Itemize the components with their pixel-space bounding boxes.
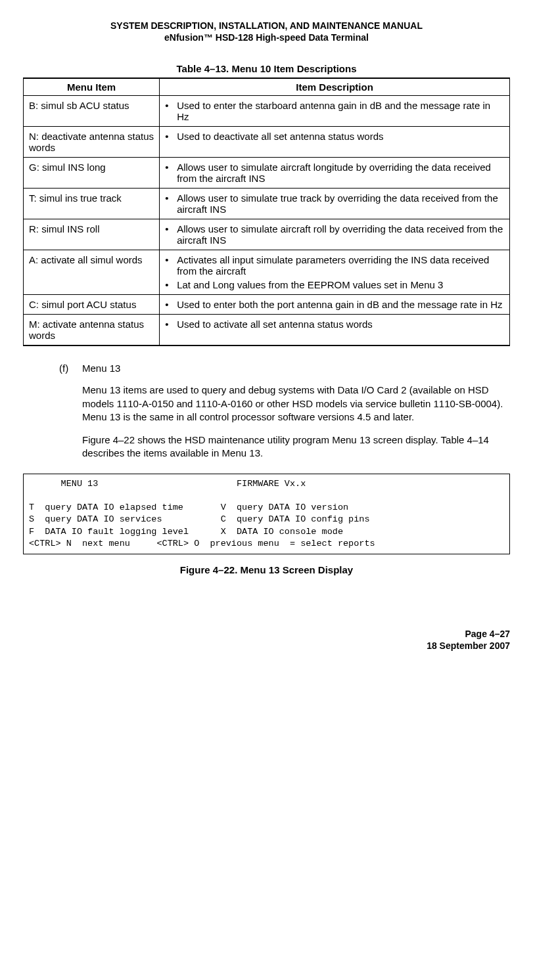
- bullet-text: Allows user to simulate true track by ov…: [177, 192, 504, 215]
- menu-item-cell: T: simul ins true track: [24, 189, 160, 219]
- bullet-row: •Activates all input simulate parameters…: [165, 254, 504, 277]
- menu-13-screen-display: MENU 13 FIRMWARE Vx.x T query DATA IO el…: [23, 474, 510, 554]
- bullet-icon: •: [165, 254, 177, 265]
- table-row: N: deactivate antenna status words•Used …: [24, 127, 510, 158]
- bullet-icon: •: [165, 279, 177, 290]
- menu-item-cell: C: simul port ACU status: [24, 295, 160, 315]
- description-cell: •Allows user to simulate aircraft longit…: [160, 158, 510, 189]
- description-cell: •Used to enter the starboard antenna gai…: [160, 96, 510, 127]
- footer-page: Page 4–27: [23, 628, 510, 640]
- description-cell: •Allows user to simulate aircraft roll b…: [160, 219, 510, 250]
- table-row: R: simul INS roll•Allows user to simulat…: [24, 219, 510, 250]
- description-cell: •Used to enter both the port antenna gai…: [160, 295, 510, 315]
- bullet-row: •Used to deactivate all set antenna stat…: [165, 131, 504, 142]
- bullet-row: •Allows user to simulate true track by o…: [165, 192, 504, 215]
- bullet-row: •Used to enter the starboard antenna gai…: [165, 100, 504, 122]
- menu-item-cell: A: activate all simul words: [24, 250, 160, 295]
- bullet-text: Used to activate all set antenna status …: [177, 319, 504, 330]
- bullet-icon: •: [165, 100, 177, 111]
- bullet-row: •Used to enter both the port antenna gai…: [165, 299, 504, 310]
- section-paragraph-1: Menu 13 items are used to query and debu…: [82, 384, 510, 424]
- page-header: SYSTEM DESCRIPTION, INSTALLATION, AND MA…: [23, 20, 510, 43]
- section-title: Menu 13: [82, 363, 120, 374]
- bullet-text: Used to enter the starboard antenna gain…: [177, 100, 504, 122]
- header-line2: eNfusion™ HSD-128 High-speed Data Termin…: [23, 32, 510, 43]
- description-cell: •Used to deactivate all set antenna stat…: [160, 127, 510, 158]
- menu-item-cell: M: activate antenna status words: [24, 315, 160, 346]
- footer-date: 18 September 2007: [23, 640, 510, 652]
- bullet-icon: •: [165, 192, 177, 204]
- bullet-row: •Allows user to simulate aircraft roll b…: [165, 223, 504, 246]
- description-cell: •Allows user to simulate true track by o…: [160, 189, 510, 219]
- bullet-row: •Allows user to simulate aircraft longit…: [165, 162, 504, 184]
- table-row: A: activate all simul words•Activates al…: [24, 250, 510, 295]
- section-label: (f): [59, 363, 82, 374]
- section-paragraph-2: Figure 4–22 shows the HSD maintenance ut…: [82, 434, 510, 460]
- menu-item-cell: B: simul sb ACU status: [24, 96, 160, 127]
- description-cell: •Used to activate all set antenna status…: [160, 315, 510, 346]
- bullet-text: Lat and Long values from the EEPROM valu…: [177, 279, 504, 290]
- table-row: C: simul port ACU status•Used to enter b…: [24, 295, 510, 315]
- bullet-text: Allows user to simulate aircraft longitu…: [177, 162, 504, 184]
- bullet-text: Used to enter both the port antenna gain…: [177, 299, 504, 310]
- col-header-item-description: Item Description: [160, 78, 510, 96]
- section-f: (f) Menu 13: [59, 363, 510, 374]
- bullet-row: •Lat and Long values from the EEPROM val…: [165, 279, 504, 290]
- figure-caption: Figure 4–22. Menu 13 Screen Display: [23, 564, 510, 575]
- table-row: B: simul sb ACU status•Used to enter the…: [24, 96, 510, 127]
- bullet-icon: •: [165, 319, 177, 330]
- bullet-row: •Used to activate all set antenna status…: [165, 319, 504, 330]
- menu-item-cell: G: simul INS long: [24, 158, 160, 189]
- page-footer: Page 4–27 18 September 2007: [23, 628, 510, 652]
- menu-item-cell: N: deactivate antenna status words: [24, 127, 160, 158]
- header-line1: SYSTEM DESCRIPTION, INSTALLATION, AND MA…: [23, 20, 510, 32]
- menu-description-table: Menu Item Item Description B: simul sb A…: [23, 78, 510, 346]
- bullet-icon: •: [165, 299, 177, 310]
- col-header-menu-item: Menu Item: [24, 78, 160, 96]
- bullet-icon: •: [165, 223, 177, 234]
- table-row: M: activate antenna status words•Used to…: [24, 315, 510, 346]
- table-row: G: simul INS long•Allows user to simulat…: [24, 158, 510, 189]
- description-cell: •Activates all input simulate parameters…: [160, 250, 510, 295]
- bullet-text: Activates all input simulate parameters …: [177, 254, 504, 277]
- table-row: T: simul ins true track•Allows user to s…: [24, 189, 510, 219]
- table-caption: Table 4–13. Menu 10 Item Descriptions: [23, 63, 510, 74]
- bullet-icon: •: [165, 131, 177, 142]
- bullet-icon: •: [165, 162, 177, 173]
- bullet-text: Allows user to simulate aircraft roll by…: [177, 223, 504, 246]
- menu-item-cell: R: simul INS roll: [24, 219, 160, 250]
- bullet-text: Used to deactivate all set antenna statu…: [177, 131, 504, 142]
